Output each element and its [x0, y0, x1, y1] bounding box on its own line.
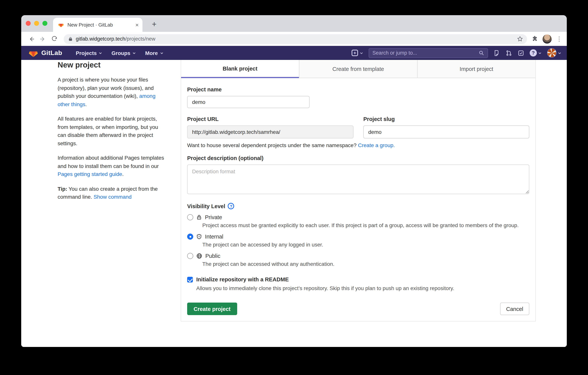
- namespace-helper: Want to house several dependent projects…: [187, 142, 529, 148]
- help-menu-button[interactable]: ?: [530, 49, 542, 56]
- tab-close-icon[interactable]: ×: [135, 22, 139, 28]
- visibility-option-internal: Internal The project can be accessed by …: [187, 233, 529, 249]
- url-path: /projects/new: [125, 36, 155, 42]
- pages-guide-link[interactable]: Pages getting started guide: [58, 171, 122, 177]
- tab-import-project[interactable]: Import project: [417, 60, 535, 78]
- plus-icon: +: [352, 50, 358, 56]
- cancel-button[interactable]: Cancel: [500, 303, 529, 315]
- sidebar-tip: Tip: You can also create a project from …: [58, 185, 164, 201]
- public-radio[interactable]: [187, 253, 193, 259]
- visibility-option-private: Private Project access must be granted e…: [187, 214, 529, 229]
- project-description-label: Project description (optional): [187, 155, 529, 161]
- chevron-down-icon: [359, 51, 363, 55]
- sidebar-paragraph: Information about additional Pages templ…: [58, 154, 164, 178]
- help-icon: ?: [530, 49, 537, 56]
- tab-create-from-template[interactable]: Create from template: [299, 60, 417, 78]
- lock-icon: [68, 36, 73, 42]
- extensions-icon[interactable]: [532, 36, 538, 42]
- window-controls[interactable]: [26, 21, 47, 26]
- new-tab-button[interactable]: +: [148, 18, 160, 30]
- search-icon: [479, 50, 484, 56]
- globe-icon: [196, 253, 202, 259]
- browser-toolbar: gitlab.widgetcorp.tech/projects/new ⋮: [21, 32, 567, 46]
- chevron-down-icon: [558, 51, 561, 55]
- sidebar-paragraph: A project is where you house your files …: [58, 76, 164, 109]
- project-slug-label: Project slug: [363, 116, 529, 122]
- page-title: New project: [58, 61, 164, 69]
- nav-menu-more[interactable]: More: [141, 47, 167, 59]
- readme-section: Initialize repository with a README Allo…: [187, 276, 529, 291]
- nav-menu-projects[interactable]: Projects: [72, 47, 106, 59]
- tab-blank-project[interactable]: Blank project: [181, 60, 299, 78]
- private-radio[interactable]: [187, 214, 193, 220]
- browser-profile-avatar[interactable]: [543, 34, 552, 44]
- user-menu-button[interactable]: [547, 48, 561, 58]
- readme-desc: Allows you to immediately clone this pro…: [196, 285, 529, 291]
- page-content: New project A project is where you house…: [21, 60, 567, 347]
- url-text: gitlab.widgetcorp.tech/projects/new: [76, 36, 155, 42]
- address-bar[interactable]: gitlab.widgetcorp.tech/projects/new: [64, 34, 527, 44]
- show-command-link[interactable]: Show command: [94, 194, 132, 200]
- gitlab-favicon: [58, 22, 64, 28]
- forward-button[interactable]: [38, 35, 48, 42]
- visibility-option-public: Public The project can be accessed witho…: [187, 253, 529, 268]
- shield-icon: [196, 233, 202, 240]
- create-group-link[interactable]: Create a group.: [358, 142, 395, 148]
- new-project-panel: Blank project Create from template Impor…: [181, 60, 536, 321]
- visibility-help-icon[interactable]: ?: [228, 203, 234, 209]
- gitlab-logo[interactable]: [28, 48, 38, 57]
- project-url-label: Project URL: [187, 116, 354, 122]
- project-type-tabs: Blank project Create from template Impor…: [181, 60, 535, 78]
- browser-tab-strip: New Project · GitLab × +: [21, 15, 567, 32]
- readme-label: Initialize repository with a README: [196, 276, 289, 283]
- project-name-input[interactable]: [187, 96, 310, 108]
- gitlab-wordmark[interactable]: GitLab: [41, 49, 62, 57]
- browser-tab[interactable]: New Project · GitLab ×: [53, 18, 142, 32]
- create-project-button[interactable]: Create project: [187, 303, 237, 315]
- minimize-window-button[interactable]: [34, 21, 39, 26]
- merge-request-icon[interactable]: [505, 49, 512, 56]
- lock-icon: [196, 214, 202, 220]
- url-host: gitlab.widgetcorp.tech: [76, 36, 125, 42]
- global-search[interactable]: [369, 48, 488, 58]
- back-button[interactable]: [27, 35, 36, 42]
- todos-icon[interactable]: [517, 49, 524, 56]
- search-input[interactable]: [372, 50, 475, 56]
- zoom-window-button[interactable]: [42, 21, 47, 26]
- new-menu-button[interactable]: +: [352, 50, 363, 56]
- sidebar-explainer: New project A project is where you house…: [58, 61, 164, 208]
- project-name-label: Project name: [187, 87, 529, 92]
- screen: New Project · GitLab × + gitlab.widgetco…: [0, 0, 588, 375]
- chevron-down-icon: [160, 51, 163, 55]
- forward-icon: [39, 35, 46, 42]
- back-icon: [28, 35, 35, 42]
- bookmark-star-icon[interactable]: [517, 36, 523, 42]
- readme-checkbox[interactable]: [187, 276, 193, 282]
- internal-radio[interactable]: [187, 233, 193, 240]
- tab-title: New Project · GitLab: [67, 22, 135, 28]
- refresh-icon: [51, 36, 57, 42]
- refresh-button[interactable]: [49, 36, 59, 42]
- chevron-down-icon: [99, 51, 103, 55]
- project-slug-input[interactable]: [363, 125, 529, 138]
- browser-menu-icon[interactable]: ⋮: [556, 35, 562, 43]
- issues-icon[interactable]: [493, 49, 500, 56]
- chevron-down-icon: [538, 51, 542, 55]
- project-url-input[interactable]: [187, 125, 354, 138]
- nav-menu-groups[interactable]: Groups: [108, 47, 140, 59]
- close-window-button[interactable]: [26, 21, 31, 26]
- browser-window: New Project · GitLab × + gitlab.widgetco…: [21, 15, 567, 347]
- gitlab-navbar: GitLab Projects Groups More +: [21, 46, 567, 60]
- sidebar-paragraph: All features are enabled for blank proje…: [58, 115, 164, 147]
- chevron-down-icon: [132, 51, 136, 55]
- user-avatar: [547, 48, 556, 58]
- visibility-level-label: Visibility Level: [187, 203, 225, 209]
- project-description-textarea[interactable]: [187, 165, 529, 194]
